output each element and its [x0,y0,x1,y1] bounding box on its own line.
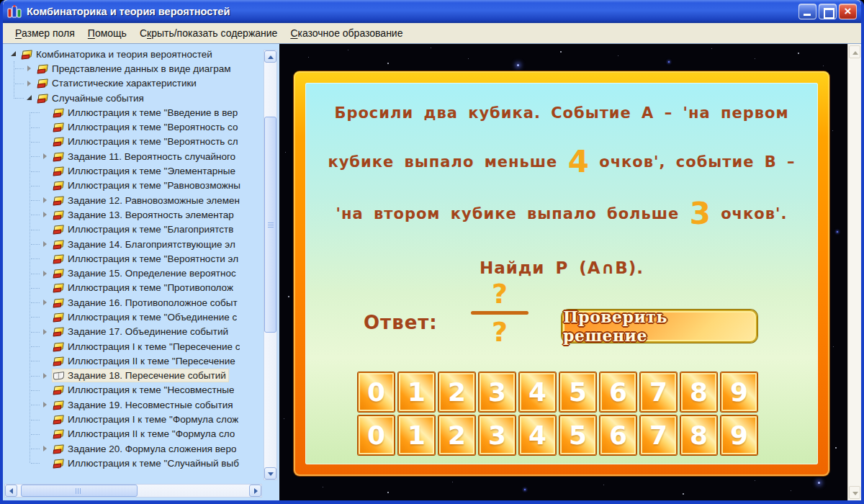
book-icon [53,122,64,132]
problem-card-inner: Бросили два кубика. Событие A – 'на перв… [305,83,818,464]
digit-button-2[interactable]: 2 [438,415,475,455]
expand-arrow-icon[interactable] [24,93,35,103]
check-solution-button[interactable]: Проверить решение [562,310,757,343]
scroll-right-button[interactable] [249,485,261,497]
star [348,50,348,50]
collapse-arrow-icon[interactable] [40,327,50,337]
tree-item[interactable]: Иллюстрация I к теме "Пересечение с [4,339,261,354]
answer-numerator[interactable]: ? [467,279,533,309]
tree-item-selected[interactable]: Задание 18. Пересечение событий [4,369,261,383]
tree-item[interactable]: Статистические характеристики [4,76,261,91]
tree-item[interactable]: Иллюстрация к теме "Случайный выб [4,456,261,470]
tree-item[interactable]: Иллюстрация к теме "Введение в вер [4,105,261,120]
tree-vertical-scrollbar[interactable] [264,50,277,480]
menu-fairytale-education[interactable]: Сказочное образование [284,25,409,41]
tree-item[interactable]: Иллюстрация к теме "Объединение с [4,310,261,324]
close-button[interactable] [839,4,857,19]
collapse-arrow-icon[interactable] [40,210,50,220]
tree-item[interactable]: Иллюстрация II к теме "Пересечение [4,354,261,368]
star [832,130,833,131]
menu-toggle-contents[interactable]: Скрыть/показать содержание [133,25,284,41]
digit-button-7[interactable]: 7 [640,415,677,455]
main-vertical-scrollbar[interactable] [847,44,861,500]
collapse-arrow-icon[interactable] [40,151,50,161]
collapse-arrow-icon[interactable] [40,444,50,454]
tree-item[interactable]: Иллюстрация к теме "Благоприятств [4,222,261,237]
tree-item[interactable]: Случайные события [4,91,261,105]
collapse-arrow-icon[interactable] [40,297,50,307]
book-icon [37,94,48,103]
digit-button-0[interactable]: 0 [358,415,395,455]
digit-button-5[interactable]: 5 [559,372,596,412]
digit-button-0[interactable]: 0 [358,372,395,412]
scroll-left-button[interactable] [5,485,17,497]
collapse-arrow-icon[interactable] [40,371,50,381]
tree-item[interactable]: Иллюстрация к теме "Вероятность со [4,120,261,134]
tree-item[interactable]: Задание 11. Вероятность случайного [4,149,261,163]
digit-button-3[interactable]: 3 [479,372,516,412]
tree-item[interactable]: Иллюстрация к теме "Вероятность сл [4,135,261,149]
collapse-arrow-icon[interactable] [40,195,50,205]
digit-button-6[interactable]: 6 [600,415,636,455]
collapse-arrow-icon[interactable] [24,78,35,89]
star [835,447,837,449]
tree-item[interactable]: Иллюстрация к теме "Вероятности эл [4,251,261,266]
tree-item[interactable]: Иллюстрация к теме "Равновозможны [4,179,261,193]
scroll-down-button[interactable] [264,467,276,480]
digit-button-9[interactable]: 9 [721,372,757,412]
digit-button-1[interactable]: 1 [398,372,435,412]
digit-button-4[interactable]: 4 [519,415,556,455]
tree-item[interactable]: Иллюстрация к теме "Элементарные [4,163,261,178]
star [755,58,755,59]
tree-item[interactable]: Иллюстрация II к теме "Формула сло [4,427,261,441]
scroll-down-button[interactable] [849,486,860,499]
digit-button-1[interactable]: 1 [398,415,435,455]
tree-item[interactable]: Задание 17. Объединение событий [4,325,261,339]
scroll-up-button[interactable] [264,50,276,63]
digit-button-2[interactable]: 2 [438,372,475,412]
book-icon [53,459,64,468]
collapse-arrow-icon[interactable] [24,63,35,73]
tree-item[interactable]: Задание 13. Вероятность элементар [4,207,261,222]
digit-button-3[interactable]: 3 [479,415,516,455]
expand-arrow-icon[interactable] [9,49,19,59]
answer-denominator[interactable]: ? [467,317,533,347]
collapse-arrow-icon[interactable] [40,239,50,249]
digit-button-8[interactable]: 8 [680,372,717,412]
tree-item[interactable]: Задание 16. Противоположное событ [4,295,261,310]
vertical-scroll-thumb[interactable] [264,117,276,333]
collapse-arrow-icon[interactable] [40,400,50,410]
digit-button-9[interactable]: 9 [721,415,757,455]
digit-button-7[interactable]: 7 [640,372,677,412]
tree-item[interactable]: Иллюстрация I к теме "Формула слож [4,412,261,426]
tree-item[interactable]: Задание 20. Формула сложения веро [4,441,261,456]
tree-item[interactable]: Представление данных в виде диаграм [4,61,261,76]
maximize-button[interactable] [819,4,837,19]
tree-item[interactable]: Иллюстрация к теме "Несовместные [4,383,261,397]
book-icon [37,64,48,73]
tree-item[interactable]: Задание 19. Несовместные события [4,397,261,412]
highlight-number: 3 [690,196,711,231]
tree-item[interactable]: Комбинаторика и теория вероятностей [4,47,261,61]
digit-button-6[interactable]: 6 [600,372,636,412]
menu-field-size[interactable]: Размер поля [9,25,81,41]
digit-button-8[interactable]: 8 [680,415,717,455]
tree-item[interactable]: Задание 15. Определение вероятнос [4,266,261,280]
star [288,296,289,297]
horizontal-scroll-thumb[interactable] [21,485,138,497]
star [284,418,284,419]
problem-card: Бросили два кубика. Событие A – 'на перв… [294,71,829,476]
digit-button-4[interactable]: 4 [519,372,556,412]
scroll-up-button[interactable] [849,45,860,58]
tree-horizontal-scrollbar[interactable] [4,484,262,498]
book-icon [53,254,64,264]
minimize-button[interactable] [798,4,816,19]
tree-item[interactable]: Задание 12. Равновозможные элемен [4,193,261,207]
tree-item[interactable]: Задание 14. Благоприятствующие эл [4,237,261,251]
books-app-icon [7,4,23,19]
digit-button-5[interactable]: 5 [559,415,596,455]
book-icon [37,78,48,88]
collapse-arrow-icon[interactable] [40,269,50,279]
menu-help[interactable]: Помощь [81,25,133,41]
tree-item[interactable]: Иллюстрация к теме "Противополож [4,281,261,295]
